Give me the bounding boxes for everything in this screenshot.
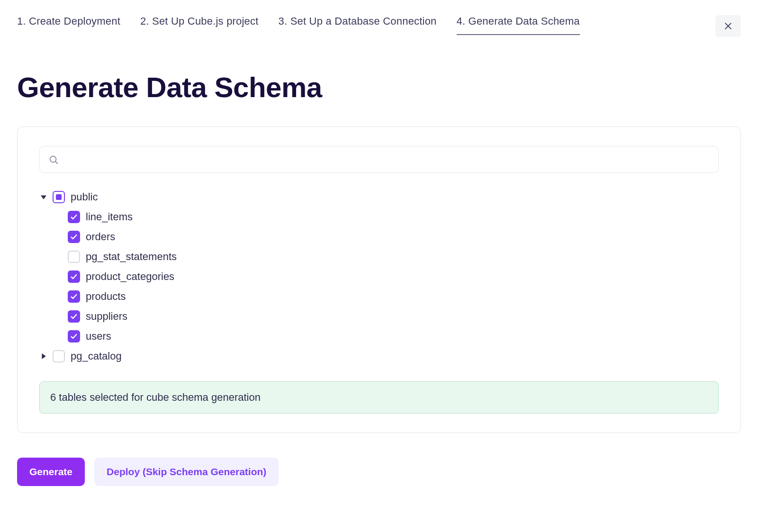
checkbox-product-categories[interactable] xyxy=(68,271,80,283)
table-row[interactable]: orders xyxy=(39,227,719,247)
table-row[interactable]: product_categories xyxy=(39,267,719,287)
check-icon xyxy=(70,213,78,221)
svg-line-3 xyxy=(55,162,57,163)
caret-down-icon[interactable] xyxy=(40,194,47,200)
check-icon xyxy=(70,293,78,300)
deploy-skip-button[interactable]: Deploy (Skip Schema Generation) xyxy=(94,458,279,486)
table-label: product_categories xyxy=(86,271,174,283)
check-icon xyxy=(70,333,78,340)
table-row[interactable]: products xyxy=(39,287,719,307)
table-label: line_items xyxy=(86,211,133,223)
table-label: pg_stat_statements xyxy=(86,251,177,263)
step-setup-database[interactable]: 3. Set Up a Database Connection xyxy=(279,15,437,35)
table-row[interactable]: line_items xyxy=(39,207,719,227)
check-icon xyxy=(70,313,78,320)
schema-card: public line_items orders pg_stat_stateme… xyxy=(17,126,741,433)
table-label: products xyxy=(86,290,126,303)
wizard-steps: 1. Create Deployment 2. Set Up Cube.js p… xyxy=(17,15,580,35)
checkbox-pg-stat-statements[interactable] xyxy=(68,251,80,263)
schema-row-pg-catalog[interactable]: pg_catalog xyxy=(39,346,719,366)
table-label: suppliers xyxy=(86,310,127,323)
schema-tree: public line_items orders pg_stat_stateme… xyxy=(39,187,719,366)
checkbox-products[interactable] xyxy=(68,290,80,303)
step-generate-schema[interactable]: 4. Generate Data Schema xyxy=(457,15,580,35)
table-row[interactable]: pg_stat_statements xyxy=(39,247,719,267)
caret-right-icon[interactable] xyxy=(40,353,47,360)
svg-marker-5 xyxy=(42,353,45,359)
schema-label: public xyxy=(71,191,98,203)
step-create-deployment[interactable]: 1. Create Deployment xyxy=(17,15,120,35)
check-icon xyxy=(70,273,78,280)
table-row[interactable]: users xyxy=(39,326,719,346)
search-input-wrapper[interactable] xyxy=(39,146,719,173)
selection-status: 6 tables selected for cube schema genera… xyxy=(39,381,719,414)
action-bar: Generate Deploy (Skip Schema Generation) xyxy=(17,458,741,486)
table-label: orders xyxy=(86,231,115,243)
step-setup-cubejs[interactable]: 2. Set Up Cube.js project xyxy=(140,15,259,35)
table-row[interactable]: suppliers xyxy=(39,307,719,326)
search-icon xyxy=(48,154,59,165)
close-button[interactable] xyxy=(715,15,741,37)
checkbox-suppliers[interactable] xyxy=(68,310,80,323)
checkbox-public[interactable] xyxy=(53,191,65,203)
schema-row-public[interactable]: public xyxy=(39,187,719,207)
svg-point-2 xyxy=(50,156,56,162)
schema-label: pg_catalog xyxy=(71,350,122,362)
svg-marker-4 xyxy=(41,195,46,199)
generate-button[interactable]: Generate xyxy=(17,458,85,486)
indeterminate-mark-icon xyxy=(56,194,62,200)
table-label: users xyxy=(86,330,111,343)
close-icon xyxy=(723,21,733,31)
checkbox-pg-catalog[interactable] xyxy=(53,350,65,362)
checkbox-orders[interactable] xyxy=(68,231,80,243)
checkbox-line-items[interactable] xyxy=(68,211,80,223)
page-title: Generate Data Schema xyxy=(17,71,741,104)
checkbox-users[interactable] xyxy=(68,330,80,343)
search-input[interactable] xyxy=(65,154,710,165)
check-icon xyxy=(70,233,78,241)
